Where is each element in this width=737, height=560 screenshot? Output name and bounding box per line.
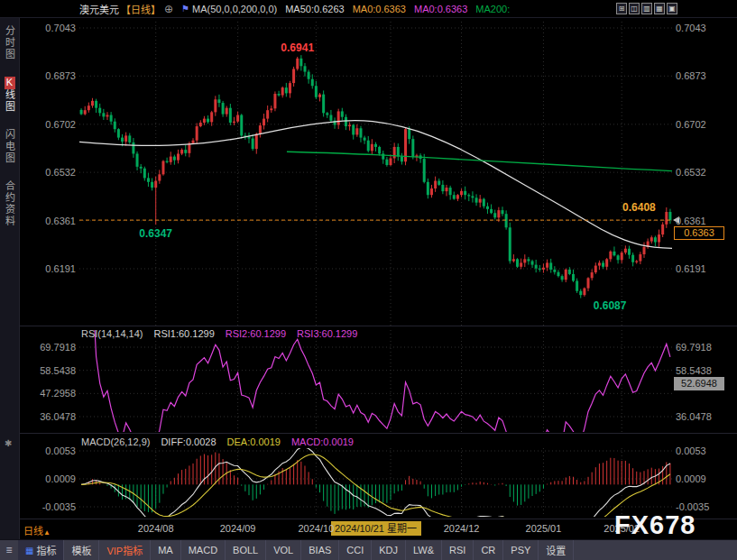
rsi-axis-label-left: 36.0478 [40,411,76,422]
macd-value-2: MACD:0.0019 [291,436,354,447]
toolbar-tab-label: 设置 [546,543,566,557]
toolbar-tab-RSI[interactable]: RSI [442,540,474,560]
candlestick-series [80,55,672,298]
toolbar-tab-label: BIAS [309,545,331,555]
rsi-values-group: RSI1:60.1299RSI2:60.1299RSI3:60.1299 [153,328,357,339]
rsi-value-0: RSI1:60.1299 [153,328,214,339]
rsi-axis-label-left: 58.5438 [40,365,76,376]
period-tag[interactable]: 日线▲ [23,523,51,537]
macd-value-0: DIFF:0.0028 [161,436,216,447]
sidebar-item-1[interactable]: K线图 [3,77,17,113]
rsi-axis-label-right: 58.5438 [676,365,712,376]
toolbar-tab-VOL[interactable]: VOL [266,540,301,560]
time-axis-label: 2024/12 [435,523,489,534]
toolbar-tab-KDJ[interactable]: KDJ [372,540,406,560]
ma-value-0: MA50:0.6263 [285,4,344,14]
ma200-line [287,151,672,170]
rsi-params-label: RSI(14,14,14) [81,328,143,339]
price-annotation: 0.6941 [281,41,314,54]
macd-axis-label-left: 0.0009 [45,473,76,484]
time-axis-label: 2024/10 [289,523,343,534]
chart-canvas[interactable]: 0.69410.63470.60870.64080.70430.70430.68… [0,0,737,560]
toolbar-tab-模板[interactable]: 模板 [64,540,99,560]
plus-circle-icon[interactable]: ⊕ [164,3,173,15]
rsi-line [85,285,670,455]
macd-axis-label-right: 0.0009 [676,473,706,484]
ma-settings-label: MA(50,0,0,200,0,0) [192,4,277,14]
toolbar-tab-label: BOLL [233,545,258,555]
toolbar-tab-指标[interactable]: ▦指标 [18,540,64,560]
rsi-value-2: RSI3:60.1299 [297,328,357,339]
indicator-toolbar: ≡ ▦指标模板VIP指标MAMACDBOLLVOLBIASCCIKDJLW&RS… [0,539,737,560]
window-layout-controls: ⊞◫▥▦▣ [616,3,677,14]
layout-control-icon-0[interactable]: ⊞ [616,3,627,14]
macd-axis-label-right: 0.0053 [676,445,706,456]
crosshair-date-box: 2024/10/21 星期一 [331,521,421,536]
chart-type-sidebar: 分时图K线图闪电图合约资料 [0,18,20,539]
macd-params-label: MACD(26,12,9) [81,436,150,447]
ma-value-3: MA200: [475,4,510,14]
period-label: 【日线】 [121,2,161,16]
toolbar-tab-CCI[interactable]: CCI [339,540,372,560]
toolbar-tab-PSY[interactable]: PSY [503,540,539,560]
main-axis-label-right: 0.6532 [676,167,706,178]
flag-icon: ⚑ [181,4,189,14]
toolbar-tab-CR[interactable]: CR [474,540,503,560]
macd-values-group: DIFF:0.0028DEA:0.0019MACD:0.0019 [161,436,354,447]
toolbar-tab-label: VIP指标 [106,543,143,557]
main-axis-label-left: 0.6361 [45,216,76,226]
macd-panel-header: MACD(26,12,9)DIFF:0.0028DEA:0.0019MACD:0… [81,436,354,447]
main-axis-label-right: 0.7043 [676,23,706,33]
layout-control-icon-4[interactable]: ▣ [667,3,677,14]
toolbar-tab-label: MA [158,545,173,555]
rsi-axis-label-right: 69.7918 [676,342,712,353]
ma-value-2: MA0:0.6363 [414,4,467,14]
panel-marker-icon: ✱ [5,438,12,448]
top-header-bar: 澳元美元 【日线】 ⊕ ⚑ MA(50,0,0,200,0,0) MA50:0.… [0,0,737,18]
main-axis-label-right: 0.6873 [676,70,706,81]
price-annotation: 0.6347 [139,227,172,240]
toolbar-tab-MA[interactable]: MA [151,540,181,560]
ma-value-1: MA0:0.6363 [353,4,406,14]
main-price-panel [79,22,672,326]
rsi-axis-label-left: 47.2958 [40,388,76,399]
layout-control-icon-1[interactable]: ◫ [629,3,640,14]
toolbar-tab-label: CR [481,545,495,555]
toolbar-tab-label: 指标 [36,543,56,557]
menu-icon[interactable]: ≡ [0,540,18,560]
toolbar-tab-MACD[interactable]: MACD [181,540,226,560]
toolbar-tab-label: VOL [273,545,293,555]
rsi-axis-label-left: 69.7918 [40,342,76,353]
main-axis-label-right: 0.6191 [676,263,706,274]
indicator-grid-icon: ▦ [25,546,33,555]
rsi-value-1: RSI2:60.1299 [226,328,286,339]
last-price-box: 0.6363 [674,226,724,240]
ma-values-group: MA50:0.6263MA0:0.6363MA0:0.6363MA200: [277,4,510,14]
toolbar-tabs: ▦指标模板VIP指标MAMACDBOLLVOLBIASCCIKDJLW&RSIC… [18,540,574,560]
toolbar-tab-label: KDJ [379,545,398,555]
toolbar-tab-VIP指标[interactable]: VIP指标 [99,540,151,560]
toolbar-tab-BIAS[interactable]: BIAS [301,540,339,560]
time-axis-label: 2025/01 [516,523,570,534]
macd-axis-label-left: -0.0035 [42,501,76,512]
toolbar-tab-label: MACD [189,545,217,555]
sidebar-item-2[interactable]: 闪电图 [3,129,17,164]
main-axis-label-left: 0.6191 [45,263,76,274]
toolbar-tab-设置[interactable]: 设置 [539,540,574,560]
toolbar-tab-BOLL[interactable]: BOLL [226,540,266,560]
layout-control-icon-2[interactable]: ▥ [641,3,652,14]
trading-chart-app: 0.69410.63470.60870.64080.70430.70430.68… [0,0,737,560]
sidebar-item-0[interactable]: 分时图 [3,25,17,60]
rsi-axis-label-right: 36.0478 [676,411,712,422]
main-axis-label-right: 0.6361 [676,216,706,226]
main-axis-label-left: 0.6873 [45,70,76,81]
macd-axis-label-left: 0.0053 [45,445,76,456]
sidebar-item-3[interactable]: 合约资料 [3,180,17,227]
time-axis-label: 2024/09 [211,523,265,534]
main-axis-label-left: 0.6702 [45,119,76,130]
layout-control-icon-3[interactable]: ▦ [654,3,665,14]
main-axis-label-left: 0.7043 [45,23,76,33]
active-tab-marker: K [5,77,15,89]
toolbar-tab-LW&[interactable]: LW& [406,540,442,560]
toolbar-tab-label: RSI [449,545,465,555]
